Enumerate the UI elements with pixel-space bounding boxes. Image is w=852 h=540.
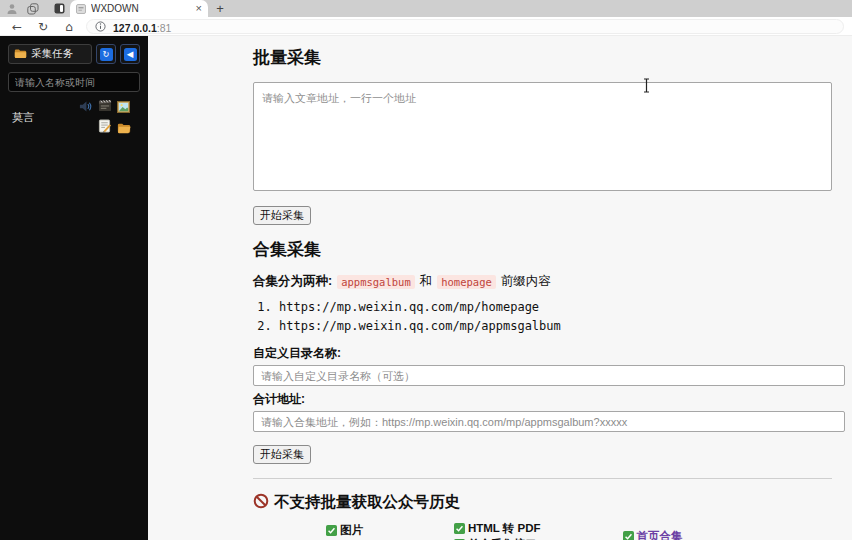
back-icon[interactable]: ←: [8, 18, 26, 35]
collection-addr-label: 合计地址:: [253, 391, 852, 408]
site-info-icon[interactable]: [95, 18, 106, 36]
split-screen-icon[interactable]: [52, 2, 66, 15]
check-icon: [454, 523, 465, 534]
open-folder-icon[interactable]: [116, 120, 131, 135]
dir-name-input[interactable]: [253, 365, 845, 386]
image-icon[interactable]: [116, 99, 131, 114]
list-item: HTML 转 PDF: [454, 521, 541, 536]
url-text: 127.0.0.1:81: [113, 18, 171, 36]
item-label: HTML 转 PDF: [468, 521, 541, 536]
task-list-button[interactable]: 采集任务: [8, 44, 92, 64]
feature-groups: 资源列表 图片 视频 音频 HTML 功能列表 HTML 转 PDF 单个采集接…: [253, 521, 852, 540]
account-name: 莫言: [12, 110, 34, 125]
browser-toolbar: ← ↻ ⌂ 127.0.0.1:81: [0, 17, 852, 36]
code-appmsgalbum: appmsgalbum: [337, 275, 415, 289]
app-window: WXDOWN × + ← ↻ ⌂ 127.0.0.1:81 采集任务 ↻: [0, 0, 852, 540]
sidebar-search-input[interactable]: [8, 72, 140, 92]
section-divider: [253, 478, 832, 479]
sync-button[interactable]: ↻: [96, 44, 116, 64]
list-item: 首页合集: [623, 529, 683, 540]
item-label: 图片: [340, 523, 363, 538]
home-icon[interactable]: ⌂: [60, 18, 78, 35]
collection-section-title: 合集采集: [253, 238, 852, 261]
url-port: :81: [157, 22, 172, 34]
example-url-list: https://mp.weixin.qq.com/mp/homepage htt…: [253, 298, 852, 336]
sync-icon: ↻: [100, 48, 113, 61]
video-icon[interactable]: [97, 98, 112, 113]
browser-tab[interactable]: WXDOWN ×: [70, 0, 208, 17]
tab-title: WXDOWN: [91, 3, 191, 14]
tab-close-icon[interactable]: ×: [196, 3, 202, 14]
url-host: 127.0.0.1: [113, 22, 157, 34]
source-items: 首页合集 标签合集 单个链接: [623, 529, 683, 540]
memo-icon[interactable]: [97, 118, 112, 133]
check-icon: [623, 531, 634, 540]
collapse-sidebar-button[interactable]: ◀: [120, 44, 140, 64]
note-tail-text: 前缀内容: [501, 273, 551, 290]
code-homepage: homepage: [437, 275, 496, 289]
prohibited-icon: [253, 493, 269, 513]
new-tab-button[interactable]: +: [212, 0, 228, 17]
task-list-label: 采集任务: [31, 47, 73, 61]
homepage-collection-link[interactable]: 首页合集: [637, 529, 683, 540]
function-items: HTML 转 PDF 单个采集接口 批量采集接口 支持并发采集: [454, 521, 541, 540]
note-bold-text: 合集分为两种:: [253, 273, 332, 290]
resource-items: 图片 视频 音频 HTML: [326, 523, 372, 540]
warning-heading: 不支持批量获取公众号历史: [253, 492, 852, 513]
check-icon: [326, 525, 337, 536]
batch-url-textarea[interactable]: [253, 82, 832, 191]
sidebar: 采集任务 ↻ ◀ 莫言: [0, 36, 148, 540]
address-bar[interactable]: 127.0.0.1:81: [86, 19, 844, 34]
batch-start-button[interactable]: 开始采集: [253, 206, 311, 225]
page-content: 批量采集 开始采集 合集采集 合集分为两种: appmsgalbum 和 hom…: [148, 36, 852, 540]
note-and-text: 和: [420, 273, 433, 290]
audio-icon[interactable]: [78, 99, 93, 114]
example-url: https://mp.weixin.qq.com/mp/homepage: [279, 298, 852, 317]
collection-note: 合集分为两种: appmsgalbum 和 homepage 前缀内容: [253, 273, 852, 290]
collapse-icon: ◀: [124, 48, 137, 61]
browser-tab-strip: WXDOWN × +: [0, 0, 852, 17]
example-url: https://mp.weixin.qq.com/mp/appmsgalbum: [279, 317, 852, 336]
text-cursor: [642, 78, 651, 97]
batch-section-title: 批量采集: [253, 46, 852, 69]
profile-icon[interactable]: [5, 2, 19, 15]
reload-icon[interactable]: ↻: [34, 18, 52, 35]
favicon: [76, 0, 86, 18]
collection-start-button[interactable]: 开始采集: [253, 445, 311, 464]
workspaces-icon[interactable]: [26, 2, 40, 15]
collection-addr-input[interactable]: [253, 411, 845, 432]
warning-text: 不支持批量获取公众号历史: [274, 492, 460, 513]
list-item: 图片: [326, 523, 372, 538]
folder-icon: [14, 48, 27, 61]
dir-name-label: 自定义目录名称:: [253, 345, 852, 362]
